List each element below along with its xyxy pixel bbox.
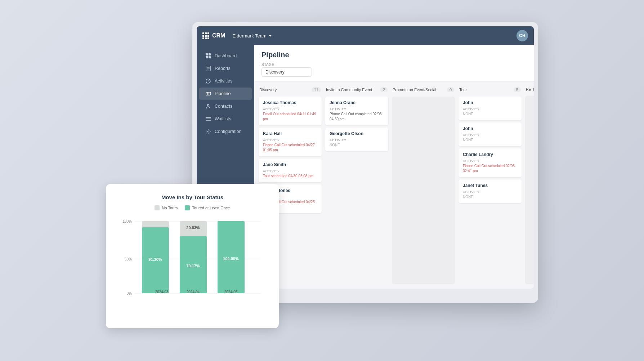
- sidebar-item-reports[interactable]: Reports: [199, 62, 252, 75]
- activities-icon: [205, 78, 211, 84]
- card-activity-label: ACTIVITY: [263, 169, 317, 173]
- col-name: Tour: [459, 88, 467, 92]
- svg-text:50%: 50%: [125, 257, 132, 261]
- card-activity-label: ACTIVITY: [263, 138, 317, 142]
- sidebar-item-label: Contacts: [215, 104, 232, 109]
- kanban-col-invite: Invite to Community Event 2 Jenna Crane …: [325, 86, 388, 284]
- reports-icon: [205, 66, 211, 71]
- page-title: Pipeline: [261, 51, 527, 59]
- kanban-card[interactable]: Jane Smith ACTIVITY Tour scheduled 04/30…: [259, 159, 322, 182]
- svg-rect-3: [209, 56, 211, 58]
- kanban-cards: Jenna Crane ACTIVITY Phone Call Out comp…: [325, 97, 388, 284]
- col-name: Invite to Community Event: [326, 88, 372, 92]
- dashboard-icon: [205, 53, 211, 59]
- stage-filter-label: Stage: [261, 63, 527, 67]
- card-name: Charlie Landry: [463, 152, 517, 157]
- col-count: 2: [380, 87, 388, 92]
- card-activity-text: Email Out scheduled 04/11 01:49 pm: [263, 112, 317, 122]
- kanban-card[interactable]: Charlie Landry ACTIVITY Phone Call Out s…: [459, 148, 522, 177]
- col-count: 0: [447, 87, 454, 92]
- sidebar-item-contacts[interactable]: Contacts: [199, 100, 252, 112]
- chevron-down-icon: [269, 35, 272, 37]
- legend-item-no-tours: No Tours: [155, 205, 178, 210]
- sidebar-item-waitlists[interactable]: Waitlists: [199, 113, 252, 125]
- kanban-card[interactable]: John ACTIVITY NONE: [459, 122, 522, 146]
- legend-swatch-toured: [185, 205, 190, 210]
- sidebar-item-dashboard[interactable]: Dashboard: [199, 50, 252, 62]
- col-name: Discovery: [259, 88, 277, 92]
- stage-value: Discovery: [265, 70, 285, 75]
- legend-label-no-tours: No Tours: [162, 206, 178, 210]
- sidebar-item-activities[interactable]: Activities: [199, 75, 252, 87]
- stage-filter: Stage Discovery: [261, 63, 527, 77]
- stage-select[interactable]: Discovery: [261, 67, 312, 77]
- svg-rect-0: [206, 53, 208, 55]
- chart-overlay: Move Ins by Tour Status No Tours Toured …: [106, 184, 279, 328]
- waitlists-icon: [205, 116, 211, 122]
- kanban-col-header: Tour 5: [459, 86, 522, 94]
- kanban-card[interactable]: Jenna Crane ACTIVITY Phone Call Out comp…: [325, 97, 388, 125]
- card-name: John: [463, 100, 517, 105]
- card-activity-text: NONE: [330, 143, 384, 148]
- card-name: Jane Smith: [263, 162, 317, 167]
- sidebar-item-label: Reports: [215, 66, 231, 71]
- legend-swatch-no-tours: [155, 205, 160, 210]
- card-activity-text: Phone Call Out scheduled 04/27 01:05 pm: [263, 143, 317, 153]
- kanban-card[interactable]: Jessica Thomas ACTIVITY Email Out schedu…: [259, 97, 322, 125]
- col-name: Re-Tour: [526, 87, 534, 92]
- sidebar-item-configuration[interactable]: Configuration: [199, 125, 252, 138]
- kanban-col-promote: Promote an Event/Social 0: [392, 86, 455, 284]
- kanban-col-header: Discovery 11: [259, 86, 322, 94]
- svg-rect-23: [142, 221, 169, 227]
- svg-rect-2: [206, 56, 208, 58]
- svg-rect-9: [206, 92, 211, 95]
- kanban-col-header: Re-Tour: [525, 86, 534, 93]
- card-activity-text: NONE: [463, 195, 517, 200]
- svg-text:100%: 100%: [122, 219, 132, 223]
- kanban-col-retour: Re-Tour: [525, 86, 534, 284]
- card-activity-label: ACTIVITY: [463, 190, 517, 194]
- sidebar-item-pipeline[interactable]: Pipeline: [199, 88, 252, 100]
- main-content: Pipeline Stage Discovery: [254, 45, 534, 289]
- contacts-icon: [205, 103, 211, 109]
- kanban-empty-col: [525, 96, 534, 284]
- card-activity-text: NONE: [463, 112, 517, 117]
- sidebar-item-label: Pipeline: [215, 91, 231, 96]
- svg-text:91.30%: 91.30%: [148, 257, 162, 262]
- svg-point-12: [207, 104, 209, 106]
- crm-logo: CRM: [202, 32, 225, 39]
- kanban-cards: John ACTIVITY NONE John ACTIVITY NONE: [459, 97, 522, 284]
- sidebar-item-label: Waitlists: [215, 116, 231, 121]
- card-name: Janet Tunes: [463, 183, 517, 188]
- kanban-card[interactable]: Georgette Olson ACTIVITY NONE: [325, 128, 388, 151]
- sidebar-item-label: Activities: [215, 79, 232, 84]
- col-count: 11: [312, 87, 321, 92]
- user-avatar[interactable]: CH: [516, 30, 528, 41]
- sidebar-item-label: Dashboard: [215, 53, 237, 58]
- svg-text:100.00%: 100.00%: [223, 257, 239, 261]
- kanban-card[interactable]: Janet Tunes ACTIVITY NONE: [459, 179, 522, 203]
- svg-text:2024-03: 2024-03: [155, 290, 169, 294]
- svg-rect-4: [206, 66, 210, 71]
- card-activity-text: Tour scheduled 04/30 03:08 pm: [263, 174, 317, 179]
- kanban-card[interactable]: Kara Hall ACTIVITY Phone Call Out schedu…: [259, 128, 322, 156]
- team-name: Eldermark Team: [232, 33, 266, 39]
- card-name: Jenna Crane: [330, 100, 384, 105]
- legend-label-toured: Toured at Least Once: [192, 206, 230, 210]
- card-activity-text: Phone Call Out scheduled 02/03 02:41 pm: [463, 164, 517, 174]
- app-name: CRM: [212, 32, 225, 39]
- pipeline-header: Pipeline Stage Discovery: [254, 45, 534, 81]
- svg-point-16: [207, 131, 209, 132]
- kanban-card[interactable]: John ACTIVITY NONE: [459, 97, 522, 120]
- card-name: Georgette Olson: [330, 131, 384, 136]
- kanban-col-header: Promote an Event/Social 0: [392, 86, 455, 94]
- sidebar-item-label: Configuration: [215, 129, 241, 134]
- kanban-col-header: Invite to Community Event 2: [325, 86, 388, 94]
- chart-area: 100% 50% 0% 91.30% 2024-03 20.83% 79.17%…: [117, 218, 267, 297]
- svg-text:2024-05: 2024-05: [224, 290, 238, 294]
- grid-icon: [202, 32, 209, 39]
- svg-text:79.17%: 79.17%: [186, 264, 200, 268]
- card-name: Jessica Thomas: [263, 100, 317, 105]
- team-selector[interactable]: Eldermark Team: [232, 33, 271, 39]
- kanban-col-tour: Tour 5 John ACTIVITY NONE: [459, 86, 522, 284]
